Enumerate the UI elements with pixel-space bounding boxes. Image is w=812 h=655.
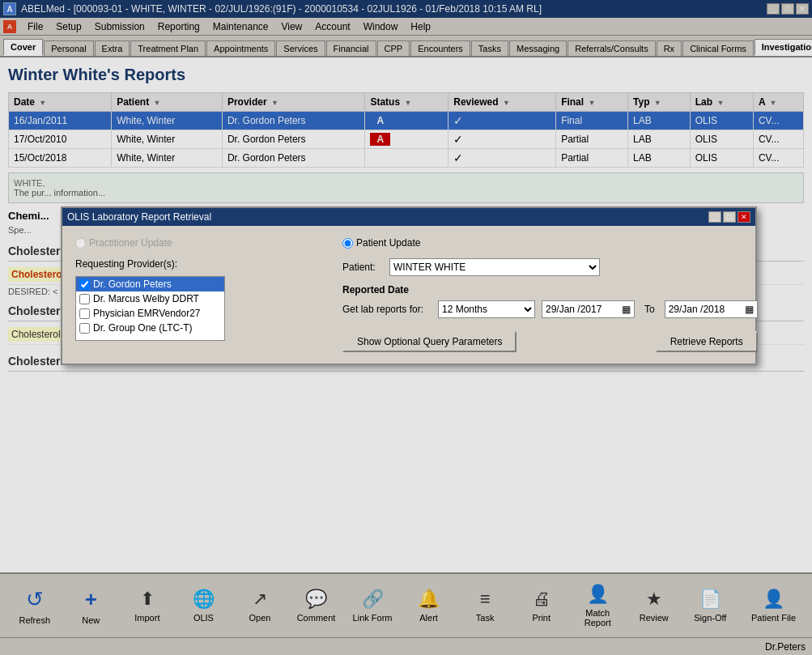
radio-practitioner-input[interactable] [75,238,86,249]
to-date-calendar-icon[interactable]: ▦ [745,304,754,315]
modal-title-bar: OLIS Laboratory Report Retrieval _ □ ✕ [62,208,755,226]
patient-row: Patient: WINTER WHITE [342,258,758,276]
provider-item-2[interactable]: Physician EMRVendor27 [76,306,224,321]
provider-row: Requesting Provider(s): [75,258,326,270]
provider-item-0[interactable]: Dr. Gordon Peters [76,277,224,291]
provider-item-3[interactable]: Dr. Group One (LTC-T) [76,321,224,335]
modal-overlay: OLIS Laboratory Report Retrieval _ □ ✕ P… [0,0,812,655]
provider-checkbox-1[interactable] [79,294,90,304]
to-date-input[interactable]: 29/Jan /2018 ▦ [665,300,758,318]
retrieve-reports-button[interactable]: Retrieve Reports [656,331,758,352]
patient-label: Patient: [342,262,383,273]
patient-radio-row: Patient Update [342,237,758,249]
modal-title-controls: _ □ ✕ [708,211,750,223]
modal-buttons: Show Optional Query Parameters Retrieve … [342,331,758,352]
radio-row: Practitioner Update [75,237,326,249]
modal-body: Practitioner Update Requesting Provider(… [62,226,755,364]
to-label: To [644,304,655,315]
olis-modal: OLIS Laboratory Report Retrieval _ □ ✕ P… [61,206,757,365]
months-select[interactable]: 12 Months 6 Months 3 Months 1 Month [438,300,535,318]
radio-patient-input[interactable] [342,238,353,249]
from-date-calendar-icon[interactable]: ▦ [622,304,631,315]
provider-checkbox-3[interactable] [79,323,90,334]
provider-checkbox-2[interactable] [79,308,90,319]
modal-right: Patient Update Patient: WINTER WHITE Rep… [342,237,758,352]
modal-close-button[interactable]: ✕ [738,211,750,223]
requesting-provider-label: Requesting Provider(s): [75,258,181,270]
get-lab-reports-label: Get lab reports for: [342,304,432,315]
date-row: Get lab reports for: 12 Months 6 Months … [342,300,758,318]
reported-date-label: Reported Date [342,284,758,296]
radio-patient[interactable]: Patient Update [342,237,420,249]
provider-item-1[interactable]: Dr. Marcus Welby DDRT [76,291,224,306]
show-optional-params-button[interactable]: Show Optional Query Parameters [342,331,517,352]
modal-maximize-button[interactable]: □ [723,211,736,223]
modal-minimize-button[interactable]: _ [708,211,721,223]
provider-list: Dr. Gordon Peters Dr. Marcus Welby DDRT … [75,276,225,341]
patient-select[interactable]: WINTER WHITE [389,258,600,276]
from-date-input[interactable]: 29/Jan /2017 ▦ [542,300,635,318]
modal-title: OLIS Laboratory Report Retrieval [67,211,211,223]
modal-left: Practitioner Update Requesting Provider(… [75,237,326,352]
provider-checkbox-0[interactable] [79,279,90,290]
radio-practitioner[interactable]: Practitioner Update [75,237,172,249]
modal-content-row: Practitioner Update Requesting Provider(… [75,237,742,352]
